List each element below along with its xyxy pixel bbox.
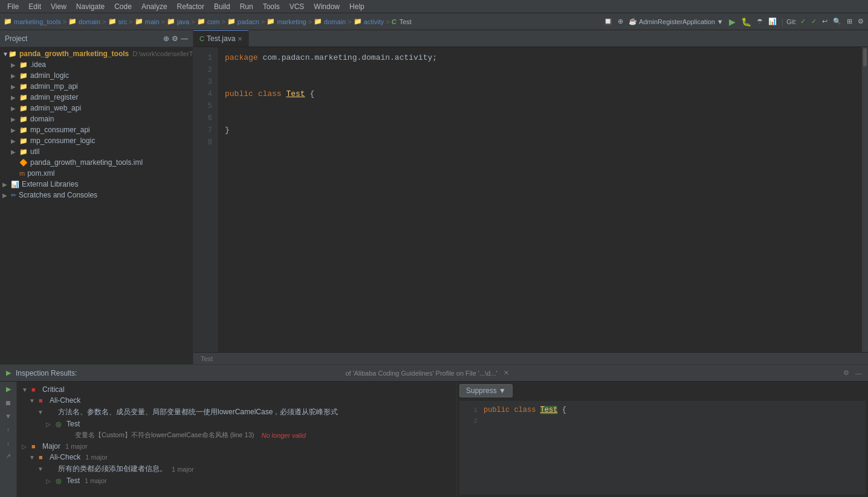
run-button[interactable]: ▶: [727, 16, 737, 27]
rerun-icon[interactable]: ▶: [5, 384, 12, 394]
menu-item-window[interactable]: Window: [309, 1, 345, 12]
insp-creator-info[interactable]: ▼ 所有的类都必须添加创建者信息。 1 major: [17, 463, 456, 475]
tab-test-java[interactable]: C Test.java ✕: [193, 30, 249, 46]
insp-detail-item[interactable]: ▷ 变量名【Custom】不符合lowerCamelCase命名风格 (line…: [17, 429, 456, 441]
tree-item-admin-web-api[interactable]: ▶ 📁 admin_web_api: [0, 103, 193, 114]
bottom-close-tab-icon[interactable]: ✕: [504, 369, 509, 377]
menu-item-edit[interactable]: Edit: [24, 1, 46, 12]
settings-icon[interactable]: ⚙: [856, 17, 866, 26]
breadcrumb: 📁 marketing_tools > 📁 domain > 📁 src > 📁…: [0, 18, 600, 25]
breadcrumb-activity[interactable]: activity: [364, 18, 384, 25]
tab-label: Test.java: [207, 34, 235, 43]
debug-button[interactable]: 🐛: [739, 16, 753, 27]
mp-consumer-api-folder-icon: 📁: [19, 126, 28, 134]
down-icon[interactable]: ↓: [5, 438, 11, 447]
menu-item-vcs[interactable]: VCS: [285, 1, 309, 12]
code-area[interactable]: package com.padacn.marketing.domain.acti…: [218, 47, 862, 352]
tree-item-mp-consumer-api[interactable]: ▶ 📁 mp_consumer_api: [0, 124, 193, 135]
insp-major[interactable]: ▷ ■ Major 1 major: [17, 441, 456, 452]
line-num-1: 1: [193, 52, 212, 64]
breadcrumb-domain[interactable]: domain: [79, 18, 100, 25]
run-config-selector[interactable]: ☕ AdminRegisterApplication ▼: [627, 17, 725, 26]
iml-label: panda_growth_marketing_tools.iml: [30, 158, 143, 167]
menu-item-navigate[interactable]: Navigate: [71, 1, 109, 12]
bottom-settings-icon[interactable]: ⚙: [842, 368, 850, 378]
tab-close-icon[interactable]: ✕: [238, 36, 242, 42]
menu-item-code[interactable]: Code: [109, 1, 137, 12]
test-green-icon: ◎: [56, 420, 64, 428]
tree-item-ext-lib[interactable]: ▶ 📊 External Libraries: [0, 179, 193, 190]
profile-button[interactable]: 📊: [766, 17, 779, 26]
breadcrumb-com[interactable]: com: [207, 18, 220, 25]
bottom-panel: ▶ Inspection Results: of 'Alibaba Coding…: [0, 364, 868, 497]
mp-consumer-logic-label: mp_consumer_logic: [30, 136, 95, 145]
insp-method-naming[interactable]: ▼ 方法名、参数名、成员变量、局部变量都统一使用lowerCamelCase，必…: [17, 406, 456, 418]
breadcrumb-java[interactable]: java: [177, 18, 189, 25]
breadcrumb-marketing-tools[interactable]: marketing_tools: [14, 18, 61, 25]
breadcrumb-domain2[interactable]: domain: [324, 18, 346, 25]
bottom-minimize-icon[interactable]: —: [854, 368, 863, 378]
undo-button[interactable]: ↩: [820, 17, 829, 26]
breadcrumb-main[interactable]: main: [145, 18, 160, 25]
tree-item-mp-consumer-logic[interactable]: ▶ 📁 mp_consumer_logic: [0, 135, 193, 146]
tree-item-admin-register[interactable]: ▶ 📁 admin_register: [0, 92, 193, 103]
editor-scrollbar[interactable]: [862, 47, 868, 352]
tree-item-util[interactable]: ▶ 📁 util: [0, 146, 193, 157]
git-label: Git:: [786, 18, 797, 25]
tree-item-idea[interactable]: ▶ 📁 .idea: [0, 59, 193, 70]
critical-icon: ■: [31, 386, 40, 393]
up-icon[interactable]: ↑: [5, 425, 11, 434]
menu-item-view[interactable]: View: [46, 1, 71, 12]
breadcrumb-padacn[interactable]: padacn: [238, 18, 259, 25]
tree-item-admin-logic[interactable]: ▶ 📁 admin_logic: [0, 70, 193, 81]
tree-item-iml[interactable]: ▶ 🔶 panda_growth_marketing_tools.iml: [0, 157, 193, 168]
expand-icon[interactable]: ↗: [4, 451, 12, 461]
menu-item-run[interactable]: Run: [235, 1, 258, 12]
tree-item-scratches[interactable]: ▶ ✏ Scratches and Consoles: [0, 190, 193, 200]
git-check1[interactable]: ✓: [798, 17, 808, 26]
menu-item-help[interactable]: Help: [345, 1, 369, 12]
idea-label: .idea: [30, 60, 46, 69]
code-line-8: [225, 136, 855, 149]
tree-item-admin-mp-api[interactable]: ▶ 📁 admin_mp_api: [0, 81, 193, 92]
iml-file-icon: 🔶: [19, 159, 28, 167]
menu-item-tools[interactable]: Tools: [258, 1, 285, 12]
tree-root[interactable]: ▼ 📁 panda_growth_marketing_tools D:\work…: [0, 48, 193, 59]
insp-ali-check-critical[interactable]: ▼ ■ Ali-Check: [17, 395, 456, 406]
code-line-7: }: [225, 124, 855, 136]
insp-critical[interactable]: ▼ ■ Critical: [17, 384, 456, 395]
admin-web-api-label: admin_web_api: [30, 104, 81, 112]
util-folder-icon: 📁: [19, 148, 28, 156]
coverage-button[interactable]: ☂: [755, 17, 765, 26]
find-button[interactable]: ⊞: [845, 17, 854, 26]
admin-mp-api-folder-icon: 📁: [19, 83, 28, 91]
insp-test-item[interactable]: ▷ ◎ Test: [17, 418, 456, 429]
admin-web-api-folder-icon: 📁: [19, 104, 28, 112]
scrollbar-thumb: [863, 48, 867, 66]
sync-icon[interactable]: ⊕: [163, 34, 169, 43]
minimize-icon[interactable]: —: [181, 34, 188, 43]
preview-line-numbers: 1 2 public class Test {: [465, 405, 860, 426]
search-button[interactable]: 🔍: [831, 17, 843, 26]
tree-item-pom[interactable]: ▶ m pom.xml: [0, 168, 193, 179]
breadcrumb-marketing[interactable]: marketing: [277, 18, 306, 25]
bookmark-icon[interactable]: 🔲: [602, 17, 614, 26]
breadcrumb-test[interactable]: Test: [400, 18, 412, 25]
suppress-button[interactable]: Suppress ▼: [459, 384, 513, 397]
run-icon[interactable]: ▶: [5, 368, 12, 378]
insp-test-item2[interactable]: ▷ ◎ Test 1 major: [17, 475, 456, 486]
menu-item-build[interactable]: Build: [209, 1, 235, 12]
menu-item-refactor[interactable]: Refactor: [172, 1, 209, 12]
code-line-2: [225, 64, 855, 76]
insp-ali-check-major[interactable]: ▼ ■ Ali-Check 1 major: [17, 452, 456, 463]
settings-header-icon[interactable]: ⚙: [172, 34, 178, 43]
filter-icon[interactable]: ▼: [4, 411, 13, 421]
breadcrumb-src[interactable]: src: [118, 18, 128, 25]
stop-icon[interactable]: ⏹: [4, 398, 13, 408]
git-check2[interactable]: ✓: [809, 17, 818, 26]
folder-icon: 📁: [4, 18, 12, 25]
tree-item-domain[interactable]: ▶ 📁 domain: [0, 114, 193, 124]
menu-item-file[interactable]: File: [2, 1, 24, 12]
target-icon[interactable]: ⊕: [616, 17, 625, 26]
menu-item-analyze[interactable]: Analyze: [137, 1, 172, 12]
